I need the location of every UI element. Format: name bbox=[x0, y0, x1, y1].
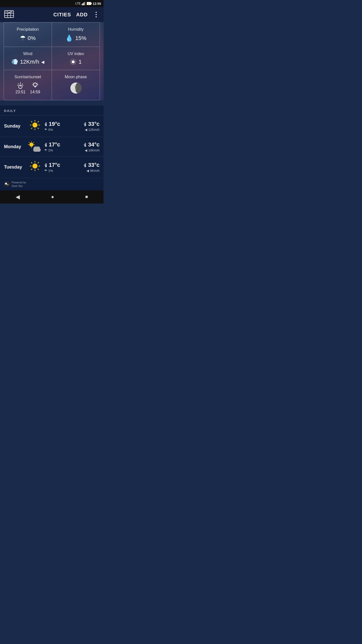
svg-point-38 bbox=[73, 86, 75, 87]
svg-line-47 bbox=[31, 121, 32, 122]
svg-line-78 bbox=[31, 162, 32, 163]
droplet-icon: 💧 bbox=[65, 34, 73, 42]
svg-rect-0 bbox=[82, 4, 82, 5]
map-icon[interactable] bbox=[4, 9, 14, 20]
svg-line-79 bbox=[38, 169, 39, 170]
uv-title: UV index bbox=[68, 52, 84, 56]
therm-up-icon bbox=[83, 122, 87, 126]
svg-point-52 bbox=[45, 125, 47, 126]
tuesday-stats-left: 17°c ☂ 1% bbox=[44, 162, 81, 173]
humidity-title: Humidity bbox=[68, 27, 83, 32]
wind-dir-icon-mon: ◀ bbox=[85, 148, 87, 152]
weather-background: Precipitation ☂ 0% Humidity 💧 15% Wind 💨… bbox=[0, 22, 104, 100]
monday-stats-left: 17°c ☂ 2% bbox=[44, 141, 81, 152]
sunday-high-val: 33°c bbox=[88, 121, 100, 127]
daily-row-tuesday: Tuesday 17°c bbox=[0, 156, 104, 178]
daily-section: DAILY Sunday bbox=[0, 105, 104, 190]
daily-row-sunday: Sunday 19°c bbox=[0, 115, 104, 137]
moon-phase-card: Moon phase bbox=[52, 70, 100, 100]
monday-icon bbox=[28, 141, 42, 152]
tuesday-stats-right: 33°c ◀ 9Km/h bbox=[83, 162, 100, 173]
svg-rect-5 bbox=[91, 3, 92, 4]
battery-icon: ⚡ bbox=[87, 2, 92, 5]
powered-by-text: Powered by Dark Sky bbox=[12, 181, 26, 188]
nav-home-button[interactable]: ● bbox=[51, 194, 54, 200]
precipitation-card: Precipitation ☂ 0% bbox=[4, 22, 52, 47]
svg-line-17 bbox=[71, 60, 72, 60]
moon-phase-title: Moon phase bbox=[65, 75, 87, 79]
moon-phase-visual bbox=[70, 82, 82, 95]
monday-low-val: 17°c bbox=[49, 141, 60, 148]
sunrise-icon bbox=[16, 82, 24, 89]
monday-label: Monday bbox=[4, 144, 25, 149]
monday-wind-val: 10Km/h bbox=[88, 148, 100, 152]
monday-high-val: 34°c bbox=[88, 141, 100, 148]
monday-temp-low: 17°c bbox=[44, 141, 81, 148]
nav-recent-button[interactable]: ■ bbox=[85, 194, 88, 199]
svg-point-90 bbox=[7, 184, 9, 185]
wind-dir-icon-sun: ◀ bbox=[85, 128, 87, 132]
wind-card: Wind 💨 12Km/h ◀ bbox=[4, 47, 52, 70]
moon-icon bbox=[70, 82, 82, 94]
sunday-precip-val: 0% bbox=[48, 128, 53, 132]
wind-value: 💨 12Km/h ◀ bbox=[11, 59, 44, 65]
tuesday-temp-low: 17°c bbox=[44, 162, 81, 168]
svg-point-71 bbox=[84, 145, 86, 147]
svg-point-12 bbox=[72, 60, 75, 63]
svg-line-32 bbox=[33, 83, 34, 84]
tuesday-low-val: 17°c bbox=[49, 162, 60, 168]
nav-back-button[interactable]: ◀ bbox=[16, 194, 20, 200]
sunday-wind-val: 12Km/h bbox=[88, 128, 100, 132]
nav-bar: ◀ ● ■ bbox=[0, 190, 104, 204]
uv-sun-icon bbox=[70, 59, 76, 65]
sunset-icon bbox=[31, 82, 39, 89]
signal-icon bbox=[82, 2, 86, 5]
svg-point-68 bbox=[45, 145, 47, 147]
top-bar: CITIES ADD ⋮ bbox=[0, 7, 104, 22]
svg-point-55 bbox=[84, 125, 86, 126]
svg-line-63 bbox=[33, 142, 34, 143]
sunday-wind: ◀ 12Km/h bbox=[85, 128, 100, 132]
uv-value: 1 bbox=[70, 59, 81, 65]
sunday-label: Sunday bbox=[4, 124, 25, 129]
tuesday-icon bbox=[28, 160, 42, 174]
humidity-card: Humidity 💧 15% bbox=[52, 22, 100, 47]
svg-point-89 bbox=[5, 183, 7, 185]
daily-header: DAILY bbox=[0, 105, 104, 115]
wind-direction-icon: ◀ bbox=[41, 60, 44, 64]
sunrise-sunset-values: 23:51 14:59 bbox=[15, 82, 40, 94]
svg-point-86 bbox=[84, 166, 86, 167]
wind-icon: 💨 bbox=[11, 59, 18, 65]
tuesday-temp-high: 33°c bbox=[83, 162, 100, 168]
sunday-stats-right: 33°c ◀ 12Km/h bbox=[83, 121, 100, 132]
wind-dir-icon-tue: ◀ bbox=[86, 169, 89, 173]
tuesday-wind: ◀ 9Km/h bbox=[86, 169, 100, 173]
svg-rect-2 bbox=[84, 2, 84, 5]
wind-speed: 12Km/h bbox=[20, 59, 39, 65]
tuesday-high-val: 33°c bbox=[88, 162, 100, 168]
tuesday-precip: ☂ 1% bbox=[44, 169, 81, 173]
uv-number: 1 bbox=[78, 59, 81, 65]
svg-line-19 bbox=[75, 60, 75, 60]
precip-icon-tue: ☂ bbox=[44, 169, 47, 173]
daily-row-monday: Monday bbox=[0, 137, 104, 156]
powered-by-section: Powered by Dark Sky bbox=[0, 178, 104, 190]
precipitation-value: ☂ 0% bbox=[20, 34, 36, 42]
svg-line-49 bbox=[38, 121, 39, 122]
umbrella-icon: ☂ bbox=[20, 34, 26, 42]
precipitation-title: Precipitation bbox=[17, 27, 39, 32]
wind-title: Wind bbox=[23, 52, 32, 56]
add-button[interactable]: ADD bbox=[76, 12, 88, 18]
sunrise-sunset-title: Sunrise/sunset bbox=[15, 75, 41, 79]
svg-line-33 bbox=[37, 83, 37, 84]
svg-line-81 bbox=[31, 169, 32, 170]
monday-stats-right: 34°c ◀ 10Km/h bbox=[83, 141, 100, 152]
cities-button[interactable]: CITIES bbox=[53, 12, 71, 18]
more-menu-button[interactable]: ⋮ bbox=[93, 11, 100, 18]
sunday-precip: ☂ 0% bbox=[44, 128, 81, 132]
sunrise-sunset-card: Sunrise/sunset 23:51 bbox=[4, 70, 52, 100]
sunday-temp-high: 33°c bbox=[83, 121, 100, 127]
svg-point-73 bbox=[32, 164, 37, 169]
monday-wind: ◀ 10Km/h bbox=[85, 148, 100, 152]
svg-line-62 bbox=[29, 142, 30, 143]
